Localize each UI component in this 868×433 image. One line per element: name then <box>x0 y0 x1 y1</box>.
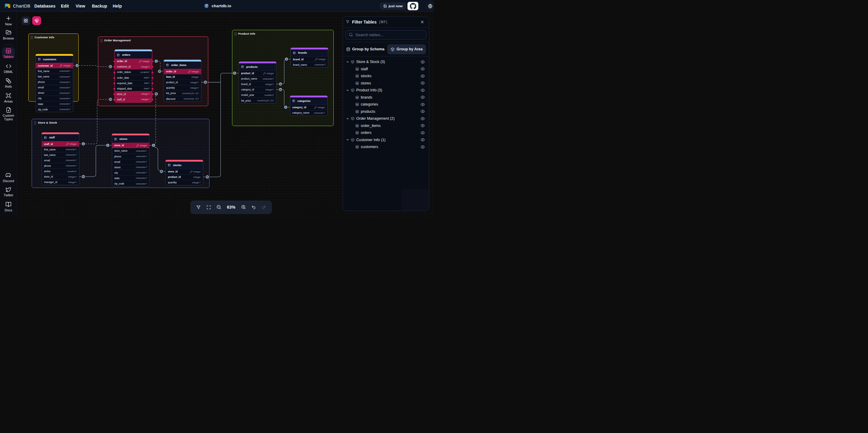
svg-text:1: 1 <box>153 144 154 147</box>
svg-text:1: 1 <box>234 72 236 75</box>
svg-text:1: 1 <box>76 64 78 67</box>
svg-text:1: 1 <box>107 144 108 147</box>
svg-text:N: N <box>159 70 161 73</box>
svg-text:N: N <box>83 175 84 178</box>
svg-text:1: 1 <box>83 143 84 145</box>
svg-text:N: N <box>280 83 281 86</box>
svg-text:N: N <box>110 98 112 101</box>
svg-text:N: N <box>207 175 208 178</box>
svg-text:1: 1 <box>285 106 287 109</box>
svg-text:N: N <box>205 81 207 84</box>
svg-text:N: N <box>280 88 281 91</box>
svg-text:N: N <box>110 65 112 68</box>
svg-text:1: 1 <box>156 60 157 63</box>
svg-text:1: 1 <box>286 58 287 61</box>
svg-text:N: N <box>156 93 157 95</box>
svg-text:N: N <box>161 170 162 173</box>
